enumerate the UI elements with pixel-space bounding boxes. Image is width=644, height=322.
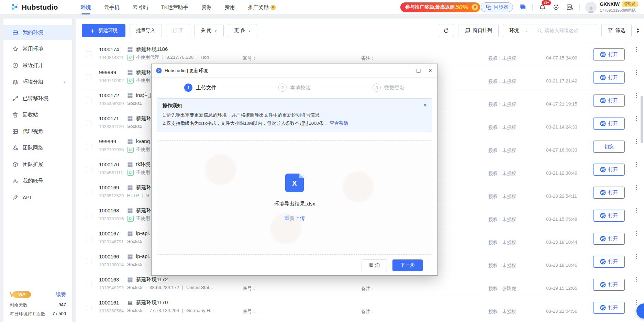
notification-count-badge: 99+: [542, 0, 551, 5]
search-field-select[interactable]: 环境 ∨: [503, 27, 533, 34]
minimize-button[interactable]: –: [401, 65, 413, 76]
new-env-button[interactable]: ＋新建环境: [82, 24, 125, 37]
notice-close-icon[interactable]: ✕: [423, 102, 427, 108]
sidebar-item-recycle[interactable]: 回收站: [3, 107, 72, 122]
row-checkbox[interactable]: [86, 305, 91, 310]
cancel-button[interactable]: 取 消: [362, 259, 387, 271]
star-icon: [12, 46, 18, 52]
sidebar-item-my-env[interactable]: 我的环境: [3, 25, 72, 40]
open-row-button[interactable]: 打开: [593, 279, 625, 291]
row-more-menu[interactable]: ⋮: [634, 117, 639, 121]
window-arrange-button[interactable]: 窗口排列: [458, 24, 499, 37]
row-more-menu[interactable]: ⋮: [634, 232, 639, 236]
open-row-button[interactable]: 打开: [593, 71, 625, 84]
nav-item-cloud-number[interactable]: 云号码: [133, 0, 148, 14]
row-more-menu[interactable]: ⋮: [634, 140, 639, 144]
nav-item-billing[interactable]: 费用: [225, 0, 235, 14]
grid-icon: [127, 47, 133, 53]
open-row-button[interactable]: 打开: [593, 302, 625, 314]
maximize-button[interactable]: ☐: [413, 65, 424, 76]
refresh-button[interactable]: [439, 24, 454, 37]
sidebar-item-favorites[interactable]: 常用环境: [3, 41, 72, 56]
app-window: Hubstudio 环境云手机云号码TK运营助手资源费用推广奖励¥ 参与推广奖励…: [0, 0, 644, 322]
row-more-menu[interactable]: ⋮: [634, 94, 639, 98]
row-checkbox[interactable]: [86, 213, 91, 218]
open-row-button[interactable]: 打开: [593, 164, 625, 176]
switch-row-button[interactable]: 切换: [593, 141, 625, 153]
sidebar-item-groups[interactable]: 环境分组∨: [3, 74, 72, 89]
row-checkbox[interactable]: [86, 167, 91, 172]
help-link[interactable]: 查看帮助: [330, 121, 348, 126]
row-checkbox[interactable]: [86, 236, 91, 241]
sidebar-item-transferred[interactable]: 已转移环境: [3, 91, 72, 106]
coin-icon: ¥: [270, 5, 276, 10]
proxy-info: Socks5 ｜: [127, 238, 148, 245]
open-row-button[interactable]: 打开: [593, 187, 625, 199]
row-more-menu[interactable]: ⋮: [634, 71, 639, 75]
row-more-menu[interactable]: ⋮: [634, 301, 639, 305]
sync-button[interactable]: 同步器: [481, 2, 513, 12]
scrollbar[interactable]: [641, 96, 643, 143]
filter-button[interactable]: 筛选: [601, 24, 632, 37]
nav-item-tk-assistant[interactable]: TK运营助手: [161, 0, 188, 14]
sidebar-item-my-account[interactable]: 我的账号: [3, 173, 72, 188]
row-checkbox[interactable]: [86, 259, 91, 264]
promo-banner[interactable]: 参与推广奖励,最高返佣50% ¥: [400, 2, 480, 12]
row-more-menu[interactable]: ⋮: [634, 209, 639, 213]
nav-item-resources[interactable]: 资源: [201, 0, 212, 14]
env-id: 1000163: [99, 277, 119, 282]
row-checkbox[interactable]: [86, 121, 91, 126]
renew-link[interactable]: 续费: [56, 291, 66, 298]
nav-item-promo-reward[interactable]: 推广奖励¥: [248, 0, 276, 14]
upload-dropzone[interactable]: x 环境导出结果.xlsx 重新上传: [157, 140, 432, 255]
row-checkbox[interactable]: [86, 282, 91, 287]
row-more-menu[interactable]: ⋮: [634, 163, 639, 167]
row-checkbox[interactable]: [86, 190, 91, 195]
search-input[interactable]: [545, 28, 593, 33]
open-button[interactable]: 打 开: [166, 24, 190, 37]
sidebar-item-recent[interactable]: 最近打开: [3, 58, 72, 73]
open-row-button[interactable]: 打开: [593, 210, 625, 222]
billing-record-icon[interactable]: [566, 3, 574, 11]
nav-item-env[interactable]: 环境: [81, 0, 91, 14]
row-more-menu[interactable]: ⋮: [634, 48, 639, 52]
nav-item-label: 云号码: [133, 4, 148, 11]
open-row-button[interactable]: 打开: [593, 95, 625, 107]
more-dropdown-button[interactable]: 更 多∨: [228, 24, 257, 37]
close-button[interactable]: ✕: [424, 65, 436, 76]
dynamic-proxy-tag: 动: [127, 78, 134, 84]
sidebar-item-label: 已转移环境: [23, 95, 48, 102]
proxy-text: 不使用: [136, 215, 150, 222]
open-row-button[interactable]: 打开: [593, 233, 625, 245]
update-icon[interactable]: [552, 3, 560, 11]
app-logo[interactable]: Hubstudio: [10, 3, 58, 12]
row-more-menu[interactable]: ⋮: [634, 186, 639, 190]
notifications-bell-icon[interactable]: 99+: [538, 3, 546, 11]
proxy-info: 动不使用代理 ｜ 8.217.76.130 ｜ Hon: [127, 54, 209, 60]
sidebar-item-team-network[interactable]: 团队网络: [3, 140, 72, 155]
row-more-menu[interactable]: ⋮: [634, 278, 639, 282]
proxy-info: 动不使用: [127, 215, 150, 222]
row-checkbox[interactable]: [86, 52, 91, 57]
funnel-icon: [608, 28, 613, 33]
row-checkbox[interactable]: [86, 144, 91, 149]
open-row-button[interactable]: 打开: [593, 256, 625, 268]
nav-item-cloud-phone[interactable]: 云手机: [104, 0, 120, 14]
sidebar-item-api[interactable]: API: [3, 190, 72, 205]
window-manager-icon[interactable]: [519, 3, 527, 11]
row-checkbox[interactable]: [86, 98, 91, 103]
open-row-button[interactable]: 打开: [593, 48, 625, 60]
username: GKNXIW: [600, 1, 620, 8]
open-row-button[interactable]: 打开: [593, 118, 625, 130]
column-sort-control[interactable]: [636, 28, 639, 33]
close-dropdown-button[interactable]: 关 闭∨: [194, 24, 224, 37]
note-cell: 备注：--: [361, 309, 378, 315]
sidebar-item-team-extend[interactable]: 团队扩展: [3, 157, 72, 172]
row-more-menu[interactable]: ⋮: [634, 255, 639, 259]
sidebar-item-label: API: [23, 195, 31, 200]
next-step-button[interactable]: 下一步: [392, 259, 423, 271]
user-account[interactable]: GKNXIW 管理员 17759131950的团队: [585, 1, 638, 13]
batch-import-button[interactable]: 批量导入: [130, 24, 162, 37]
sidebar-item-proxy-view[interactable]: 代理视角: [3, 124, 72, 139]
row-checkbox[interactable]: [86, 75, 91, 80]
